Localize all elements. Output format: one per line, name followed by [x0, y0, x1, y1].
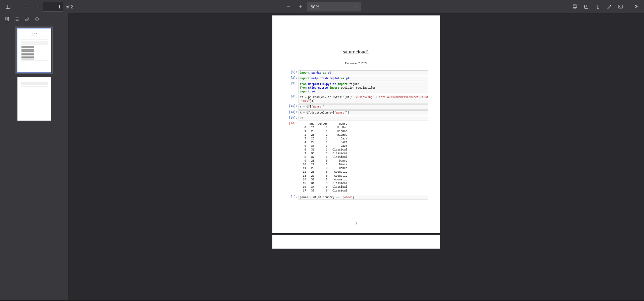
- document-title: saturncloud1: [284, 49, 428, 55]
- download-button[interactable]: [581, 1, 592, 12]
- cell-label-6: [14]:: [284, 116, 299, 121]
- cell-body-0: import pandas as pd: [299, 70, 428, 75]
- attachments-button[interactable]: [22, 14, 32, 24]
- page-up-button[interactable]: [20, 1, 31, 12]
- page-number-input[interactable]: [43, 2, 63, 12]
- cell-label-2: [3]:: [284, 82, 299, 94]
- cell-body-5: X = df.drop(columns=['genre']): [299, 110, 428, 115]
- svg-rect-17: [5, 19, 6, 21]
- cell-body-empty: genre = df[df.country == 'genre']: [299, 195, 428, 200]
- svg-rect-18: [7, 19, 8, 21]
- zoom-in-button[interactable]: [295, 1, 306, 12]
- cell-label-0: [1]:: [284, 70, 299, 75]
- svg-rect-7: [574, 7, 576, 9]
- cell-body-4: x = df['genre']: [299, 104, 428, 109]
- page-number: 1: [272, 222, 440, 225]
- svg-rect-15: [5, 17, 6, 19]
- svg-point-24: [15, 20, 15, 20]
- document-viewport[interactable]: saturncloud1 December 7, 2023 [1]:import…: [68, 13, 644, 300]
- svg-rect-16: [7, 17, 8, 19]
- cell-label-3: [4]:: [284, 95, 299, 103]
- cell-body-3: df = pd.read_csv(io.BytesIO(df["E:/Users…: [299, 95, 428, 103]
- more-tools-button[interactable]: [631, 1, 641, 12]
- thumbnail-page-2[interactable]: [17, 77, 51, 121]
- thumbnails-view-button[interactable]: [2, 14, 11, 24]
- main-toolbar: of 2 60%: [0, 0, 644, 14]
- svg-marker-25: [35, 17, 39, 19]
- page-total-label: of 2: [66, 4, 73, 9]
- zoom-out-button[interactable]: [283, 1, 294, 12]
- zoom-select[interactable]: 60%: [307, 2, 361, 11]
- thumbnail-page-1[interactable]: saturncloud1 December 7, 2023: [17, 29, 51, 72]
- outline-view-button[interactable]: [12, 14, 21, 24]
- cell-body-6: df: [299, 116, 428, 121]
- output-label: [14]:: [284, 122, 299, 193]
- svg-point-23: [15, 19, 15, 19]
- document-date: December 7, 2023: [284, 61, 428, 65]
- svg-rect-13: [619, 5, 623, 8]
- layers-button[interactable]: [32, 14, 42, 24]
- cell-label-empty: [ ]:: [284, 195, 299, 200]
- text-select-button[interactable]: [592, 1, 603, 12]
- cell-label-1: [2]:: [284, 76, 299, 81]
- status-bar: [0, 300, 644, 301]
- cell-label-4: [11]:: [284, 104, 299, 109]
- sidebar-toggle-button[interactable]: [3, 1, 13, 12]
- svg-rect-0: [6, 5, 10, 9]
- draw-button[interactable]: [604, 1, 614, 12]
- page-2-peek: [272, 235, 440, 249]
- image-button[interactable]: [615, 1, 626, 12]
- cell-body-2: from matplotlib.pyplot import figure fro…: [299, 82, 428, 94]
- page-1: saturncloud1 December 7, 2023 [1]:import…: [272, 15, 440, 233]
- cell-body-1: import matplotlib.pyplot as plt: [299, 76, 428, 81]
- svg-point-14: [619, 6, 620, 7]
- zoom-level-label: 60%: [311, 4, 319, 9]
- cell-label-5: [13]:: [284, 110, 299, 115]
- sidebar: saturncloud1 December 7, 2023: [0, 13, 69, 300]
- dataframe-output: age gender genre 0 20 1 HipHop 1 23 1 Hi…: [299, 122, 428, 193]
- svg-point-22: [15, 17, 15, 18]
- print-button[interactable]: [570, 1, 580, 12]
- page-down-button[interactable]: [32, 1, 42, 12]
